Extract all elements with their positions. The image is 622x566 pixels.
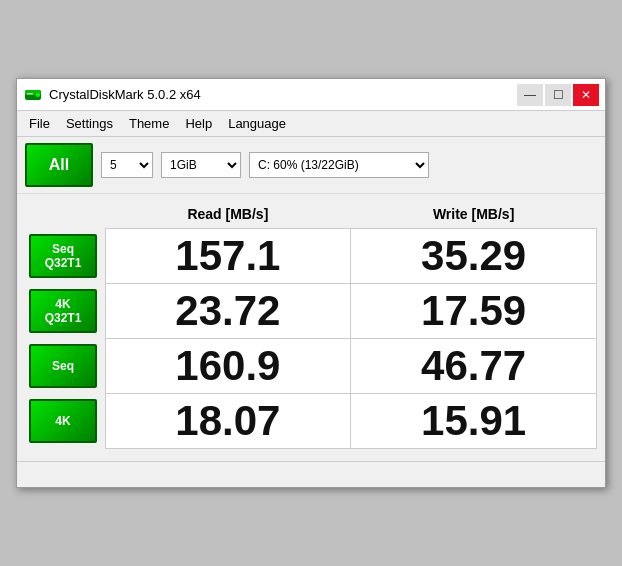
title-bar-left: CrystalDiskMark 5.0.2 x64 (23, 85, 201, 105)
app-icon (23, 85, 43, 105)
row-label-btn-2[interactable]: Seq (29, 344, 97, 388)
window-title: CrystalDiskMark 5.0.2 x64 (49, 87, 201, 102)
size-select[interactable]: 1GiB (161, 152, 241, 178)
svg-point-2 (36, 93, 40, 97)
row-label-btn-1[interactable]: 4KQ32T1 (29, 289, 97, 333)
write-value-3: 15.91 (351, 394, 597, 449)
drive-select[interactable]: C: 60% (13/22GiB) (249, 152, 429, 178)
col-read-header: Read [MB/s] (105, 200, 351, 229)
read-value-0: 157.1 (105, 229, 351, 284)
table-row: 4K18.0715.91 (25, 394, 597, 449)
menu-bar: File Settings Theme Help Language (17, 111, 605, 137)
menu-settings[interactable]: Settings (58, 113, 121, 134)
table-row: 4KQ32T123.7217.59 (25, 284, 597, 339)
row-label-btn-3[interactable]: 4K (29, 399, 97, 443)
write-value-2: 46.77 (351, 339, 597, 394)
title-bar: CrystalDiskMark 5.0.2 x64 — ☐ ✕ (17, 79, 605, 111)
write-value-1: 17.59 (351, 284, 597, 339)
row-label-btn-0[interactable]: SeqQ32T1 (29, 234, 97, 278)
status-bar (17, 461, 605, 487)
menu-file[interactable]: File (21, 113, 58, 134)
results-table: Read [MB/s] Write [MB/s] SeqQ32T1157.135… (25, 200, 597, 449)
minimize-button[interactable]: — (517, 84, 543, 106)
toolbar: All 5 1GiB C: 60% (13/22GiB) (17, 137, 605, 194)
svg-rect-3 (27, 93, 33, 95)
menu-language[interactable]: Language (220, 113, 294, 134)
main-content: Read [MB/s] Write [MB/s] SeqQ32T1157.135… (17, 194, 605, 455)
main-window: CrystalDiskMark 5.0.2 x64 — ☐ ✕ File Set… (16, 78, 606, 488)
read-value-1: 23.72 (105, 284, 351, 339)
menu-theme[interactable]: Theme (121, 113, 177, 134)
all-button[interactable]: All (25, 143, 93, 187)
read-value-3: 18.07 (105, 394, 351, 449)
write-value-0: 35.29 (351, 229, 597, 284)
count-select[interactable]: 5 (101, 152, 153, 178)
table-row: SeqQ32T1157.135.29 (25, 229, 597, 284)
col-write-header: Write [MB/s] (351, 200, 597, 229)
results-area: Read [MB/s] Write [MB/s] SeqQ32T1157.135… (25, 200, 597, 449)
table-row: Seq160.946.77 (25, 339, 597, 394)
menu-help[interactable]: Help (177, 113, 220, 134)
title-controls: — ☐ ✕ (517, 84, 599, 106)
maximize-button[interactable]: ☐ (545, 84, 571, 106)
close-button[interactable]: ✕ (573, 84, 599, 106)
read-value-2: 160.9 (105, 339, 351, 394)
